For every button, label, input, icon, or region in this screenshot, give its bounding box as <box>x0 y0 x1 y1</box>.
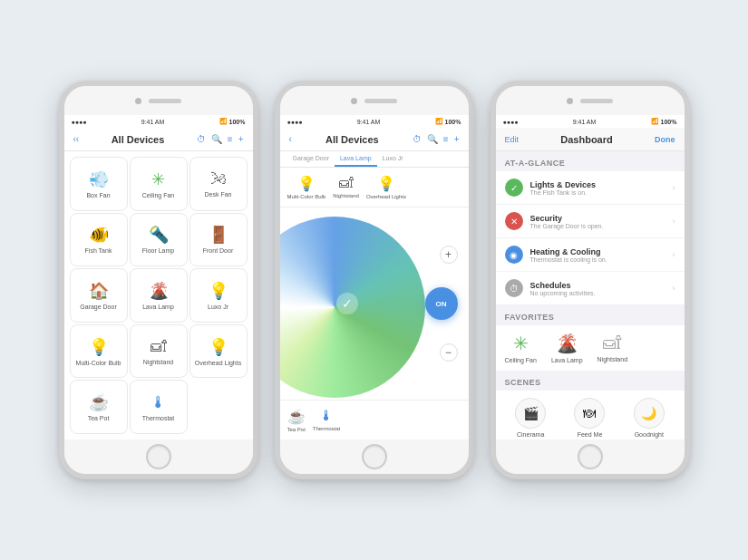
phones-container: ●●●● 9:41 AM 📶 100% ‹‹ All Devices ⏱ 🔍 ≡… <box>41 63 708 497</box>
phone-1: ●●●● 9:41 AM 📶 100% ‹‹ All Devices ⏱ 🔍 ≡… <box>59 81 258 479</box>
speaker-3 <box>580 99 613 103</box>
search-icon-1[interactable]: 🔍 <box>211 134 222 144</box>
list-item[interactable]: 💡 Multi-Color Bulb <box>70 324 128 379</box>
device-label: Box Fan <box>86 192 110 198</box>
teapot-bottom-label: Tea Pot <box>287 427 306 432</box>
fav-ceiling-fan[interactable]: ✳ Ceiling Fan <box>505 333 537 363</box>
sel-device-nightstand[interactable]: 🛋 Nightstand <box>333 175 359 199</box>
list-item[interactable]: 🌡 Thermostat <box>130 380 188 434</box>
tab-luxo-jr[interactable]: Luxo Jr <box>377 151 409 167</box>
dashboard-content: At-A-Glance ✓ Lights & Devices The Fish … <box>496 151 685 439</box>
add-icon-2[interactable]: + <box>454 134 460 144</box>
color-wheel-area[interactable]: ✓ + − ON <box>280 208 469 400</box>
phone-2-screen: ●●●● 9:41 AM 📶 100% ‹ All Devices ⏱ 🔍 ≡ … <box>280 115 469 439</box>
goodnight-circle[interactable]: 🌙 <box>634 398 665 429</box>
fav-nightstand[interactable]: 🛋 Nightstand <box>597 333 627 363</box>
list-item[interactable]: ✳ Ceiling Fan <box>130 157 188 211</box>
fav-lava-lamp[interactable]: 🌋 Lava Lamp <box>551 333 583 363</box>
list-icon-2[interactable]: ≡ <box>443 134 449 144</box>
list-icon-1[interactable]: ≡ <box>228 134 233 144</box>
list-item[interactable]: 🐠 Fish Tank <box>70 213 128 267</box>
tab-garage-door[interactable]: Garage Door <box>287 151 335 167</box>
thermostat-bottom-label: Thermostat <box>313 426 340 431</box>
device-label: Nightstand <box>143 359 173 365</box>
status-bar-2: ●●●● 9:41 AM 📶 100% <box>280 115 469 128</box>
list-item[interactable]: 🌬 Desk Fan <box>189 157 248 211</box>
nav-right-1[interactable]: ⏱ 🔍 ≡ + <box>197 134 244 144</box>
list-item[interactable]: 💡 Overhead Lights <box>189 324 248 379</box>
dashboard-nav: Edit Dashboard Done <box>496 128 685 151</box>
device-tabs-2[interactable]: Garage Door Lava Lamp Luxo Jr <box>280 151 469 168</box>
bottom-thermostat[interactable]: 🌡 Thermostat <box>313 408 340 432</box>
nav-title-1: All Devices <box>79 134 197 145</box>
list-item[interactable]: ☕ Tea Pot <box>70 380 128 434</box>
done-button[interactable]: Done <box>655 135 675 144</box>
list-item[interactable]: 🏠 Garage Door <box>70 268 128 323</box>
fan-icon: 💨 <box>89 169 109 189</box>
cinerama-label: Cinerama <box>517 431 544 438</box>
favorites-header: Favorites <box>496 305 685 325</box>
device-label: Multi-Color Bulb <box>76 360 121 366</box>
feed-me-circle[interactable]: 🍽 <box>574 398 605 429</box>
sel-device-bulb[interactable]: 💡 Multi-Color Bulb <box>287 175 326 199</box>
security-card-text: Security The Garage Door is open. <box>530 214 665 229</box>
home-button-3[interactable] <box>578 444 603 469</box>
device-label: Garage Door <box>80 304 116 310</box>
sel-nightstand-label: Nightstand <box>333 193 359 198</box>
home-button-2[interactable] <box>362 444 387 469</box>
carrier-2: ●●●● <box>287 119 303 125</box>
heating-cooling-card[interactable]: ◉ Heating & Cooling Thermostat is coolin… <box>496 238 685 271</box>
nav-title-2: All Devices <box>292 134 413 145</box>
security-card[interactable]: ✕ Security The Garage Door is open. › <box>496 205 685 237</box>
garage-door-icon: 🏠 <box>89 281 109 301</box>
scene-goodnight[interactable]: 🌙 Goodnight <box>623 398 675 438</box>
fish-tank-icon: 🐠 <box>89 225 109 245</box>
schedules-card-title: Schedules <box>530 281 665 290</box>
camera-3 <box>567 98 573 104</box>
search-icon-2[interactable]: 🔍 <box>427 134 438 144</box>
sel-device-overhead[interactable]: 💡 Overhead Lights <box>366 175 406 199</box>
lights-card-title: Lights & Devices <box>530 180 665 189</box>
brightness-up-button[interactable]: + <box>440 246 458 264</box>
clock-icon-1[interactable]: ⏱ <box>197 134 206 144</box>
speaker-2 <box>364 99 397 103</box>
teapot-icon: ☕ <box>89 392 109 412</box>
schedules-card[interactable]: ⏱ Schedules No upcoming activities. › <box>496 272 685 304</box>
home-button-1[interactable] <box>146 444 171 469</box>
sel-overhead-label: Overhead Lights <box>366 194 406 199</box>
edit-button[interactable]: Edit <box>505 135 520 144</box>
favorites-row: ✳ Ceiling Fan 🌋 Lava Lamp 🛋 Nightstand <box>496 325 685 371</box>
security-chevron: › <box>673 217 675 226</box>
list-item[interactable]: 💡 Luxo Jr <box>189 268 248 323</box>
thermostat-icon: 🌡 <box>151 393 167 412</box>
bottom-teapot[interactable]: ☕ Tea Pot <box>287 408 306 432</box>
list-item[interactable]: 🔦 Floor Lamp <box>130 213 188 267</box>
schedules-card-sub: No upcoming activities. <box>530 290 665 296</box>
add-icon-1[interactable]: + <box>238 134 244 144</box>
time-2: 9:41 AM <box>357 119 381 125</box>
front-door-icon: 🚪 <box>209 225 228 245</box>
clock-icon-2[interactable]: ⏱ <box>413 134 422 144</box>
brightness-down-button[interactable]: − <box>440 343 458 362</box>
fav-ceiling-fan-icon: ✳ <box>513 333 529 354</box>
list-item[interactable]: 🌋 Lava Lamp <box>130 268 188 323</box>
scene-cinerama[interactable]: 🎬 Cinerama <box>505 398 557 438</box>
list-item[interactable]: 🚪 Front Door <box>189 213 248 267</box>
device-label: Luxo Jr <box>208 304 228 310</box>
wifi-icon-3: 📶 <box>651 118 659 125</box>
list-item[interactable]: 🛋 Nightstand <box>130 324 188 379</box>
checkmark-area[interactable]: ✓ <box>336 293 358 314</box>
on-button[interactable]: ON <box>425 287 458 320</box>
lava-lamp-icon: 🌋 <box>149 281 169 301</box>
status-bar-1: ●●●● 9:41 AM 📶 100% <box>64 115 253 128</box>
cinerama-circle[interactable]: 🎬 <box>515 398 546 429</box>
lights-devices-card[interactable]: ✓ Lights & Devices The Fish Tank is on. … <box>496 171 685 204</box>
nav-right-2[interactable]: ⏱ 🔍 ≡ + <box>413 134 460 144</box>
scene-feed-me[interactable]: 🍽 Feed Me <box>564 398 616 438</box>
list-item[interactable]: 💨 Box Fan <box>70 157 128 211</box>
tab-lava-lamp[interactable]: Lava Lamp <box>335 151 377 167</box>
floor-lamp-icon: 🔦 <box>149 225 169 245</box>
fav-lava-lamp-icon: 🌋 <box>556 333 578 354</box>
back-button-1[interactable]: ‹‹ <box>73 134 80 144</box>
nav-left-1[interactable]: ‹‹ <box>73 134 80 144</box>
